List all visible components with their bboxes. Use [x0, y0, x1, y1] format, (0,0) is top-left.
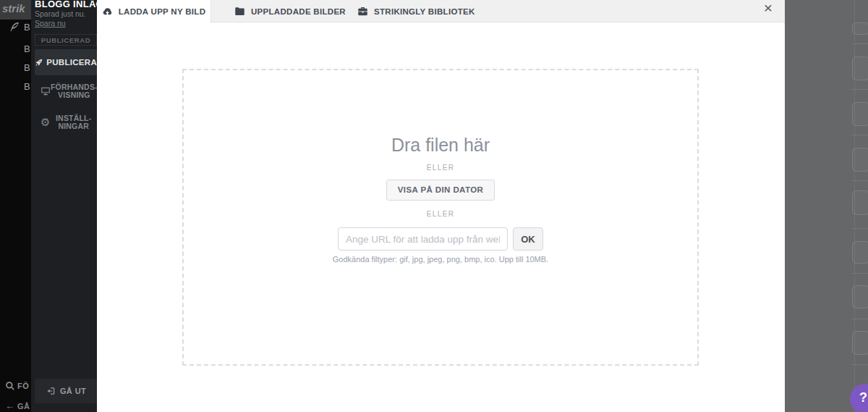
back-arrow-icon: ← — [5, 400, 14, 411]
dimmed-field-outline — [852, 241, 868, 264]
url-upload-row: OK — [184, 227, 697, 251]
exit-button[interactable]: GÅ UT — [35, 379, 97, 403]
dimmed-panel-divider — [851, 228, 868, 229]
dimmed-panel-divider — [851, 319, 868, 319]
publish-button[interactable]: PUBLICERA — [35, 49, 97, 75]
preview-label: FÖRHANDS- VISNING — [51, 83, 97, 99]
dimmed-panel-divider — [851, 364, 868, 365]
allowed-filetypes-note: Godkända filtyper: gif, jpg, jpeg, png, … — [184, 255, 697, 264]
feather-icon — [9, 21, 20, 33]
image-url-input[interactable] — [338, 227, 508, 251]
search-icon — [5, 381, 15, 391]
preview-button[interactable]: FÖRHANDS- VISNING — [35, 80, 97, 102]
modal-tab-bar: LADDA UPP NY BILD UPPLADDADE BILDER STRI… — [97, 0, 785, 22]
panel-title: BLOGG INLÄGG — [35, 0, 97, 9]
dimmed-field-outline — [852, 102, 868, 126]
or-divider: ELLER — [184, 210, 697, 218]
cloud-upload-icon — [102, 7, 113, 17]
dropzone-title: Dra filen här — [184, 134, 697, 156]
browse-computer-button[interactable]: VISA PÅ DIN DATOR — [386, 180, 495, 201]
dimmed-nav-item: B — [24, 22, 31, 33]
strikingly-logo: strik — [2, 2, 25, 14]
tab-uploaded-images[interactable]: UPPLADDADE BILDER — [227, 0, 353, 22]
briefcase-icon — [357, 6, 368, 17]
published-badge: PUBLICERAD — [35, 34, 97, 46]
dimmed-panel-divider — [851, 89, 868, 90]
tab-label: STRIKINGLY BIBLIOTEK — [374, 7, 475, 16]
gear-icon: ⚙ — [41, 117, 50, 127]
save-now-link[interactable]: Spara nu — [35, 19, 97, 28]
exit-icon — [46, 386, 56, 396]
dimmed-panel-divider — [851, 180, 868, 181]
file-dropzone[interactable]: Dra filen här ELLER VISA PÅ DIN DATOR EL… — [182, 69, 699, 366]
tab-label: LADDA UPP NY BILD — [119, 7, 206, 16]
folder-icon — [234, 6, 245, 17]
dimmed-panel-divider — [851, 43, 868, 44]
dimmed-field-outline — [852, 148, 868, 172]
dimmed-field-outline — [852, 56, 868, 80]
url-ok-button[interactable]: OK — [513, 227, 543, 251]
saved-status: Sparad just nu. — [35, 9, 97, 18]
tab-upload-new-image[interactable]: LADDA UPP NY BILD — [97, 0, 211, 23]
dimmed-field-outline — [852, 331, 868, 355]
tab-strikingly-library[interactable]: STRIKINGLY BIBLIOTEK — [350, 0, 482, 22]
rocket-icon — [35, 58, 43, 67]
publish-button-label: PUBLICERA — [46, 58, 97, 67]
image-upload-modal: LADDA UPP NY BILD UPPLADDADE BILDER STRI… — [97, 0, 785, 412]
settings-label: INSTÄLL- NINGAR — [50, 114, 97, 130]
help-button-label: ? — [859, 390, 867, 405]
settings-button[interactable]: ⚙ INSTÄLL- NINGAR — [35, 112, 97, 133]
monitor-icon — [41, 86, 51, 96]
dimmed-list-item: B — [24, 81, 31, 92]
exit-button-label: GÅ UT — [60, 387, 86, 395]
close-icon[interactable]: × — [760, 0, 777, 17]
dimmed-field-outline — [852, 285, 868, 308]
dimmed-left-rail: strik B B B B FÖ ← GÅ — [0, 0, 31, 412]
tab-label: UPPLADDADE BILDER — [251, 7, 346, 16]
dimmed-search-label: FÖ — [17, 382, 29, 390]
or-divider: ELLER — [184, 164, 697, 172]
blog-post-panel: BLOGG INLÄGG Sparad just nu. Spara nu PU… — [31, 0, 97, 412]
dimmed-panel-divider — [851, 273, 868, 274]
dimmed-field-outline — [852, 22, 868, 35]
dimmed-panel-divider — [851, 135, 868, 135]
dimmed-list-item: B — [24, 62, 31, 73]
dimmed-right-overlay — [785, 0, 868, 412]
dimmed-field-outline — [852, 190, 868, 215]
dimmed-list-item: B — [24, 43, 31, 54]
dimmed-back-label: GÅ — [17, 402, 30, 411]
